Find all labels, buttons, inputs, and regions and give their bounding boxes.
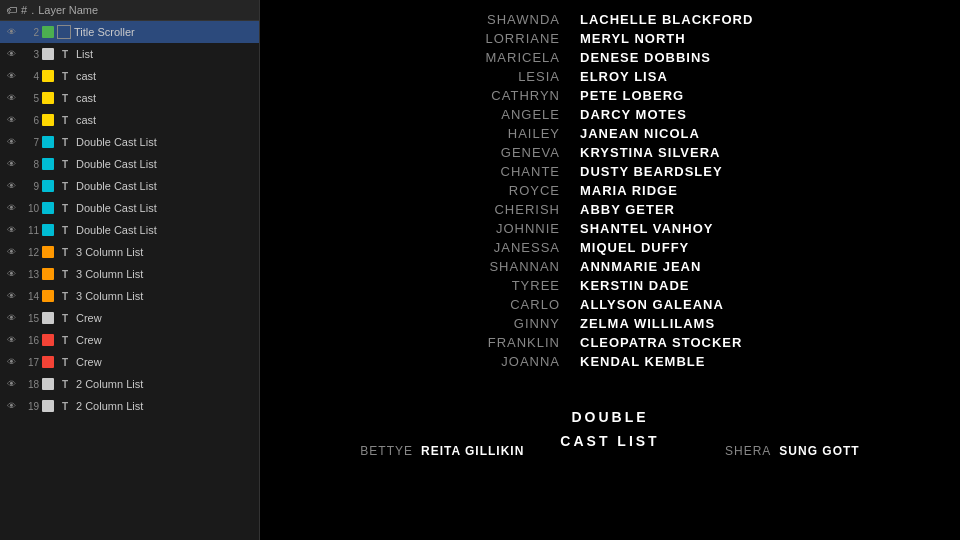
layer-number: 5 xyxy=(21,93,39,104)
layer-row[interactable]: 👁15TCrew xyxy=(0,307,259,329)
layer-number: 6 xyxy=(21,115,39,126)
layer-row[interactable]: 👁7TDouble Cast List xyxy=(0,131,259,153)
layer-name-label: cast xyxy=(76,114,255,126)
cast-role: CHERISH xyxy=(370,202,570,217)
header-dot: . xyxy=(31,4,34,16)
layer-row[interactable]: 👁6Tcast xyxy=(0,109,259,131)
layer-type-icon: T xyxy=(57,159,73,170)
cast-role: GENEVA xyxy=(370,145,570,160)
eye-icon: 👁 xyxy=(4,247,18,257)
cast-name: KENDAL KEMBLE xyxy=(570,354,850,369)
layer-type-icon: T xyxy=(57,401,73,412)
bottom-left-group: BETTYE REITA GILLIKIN xyxy=(360,443,524,459)
cast-role: ANGELE xyxy=(370,107,570,122)
layer-type-icon: T xyxy=(57,203,73,214)
layer-row[interactable]: 👁14T3 Column List xyxy=(0,285,259,307)
cast-role: HAILEY xyxy=(370,126,570,141)
layer-type-box xyxy=(57,25,71,39)
cast-name: JANEAN NICOLA xyxy=(570,126,850,141)
layer-color-swatch xyxy=(42,26,54,38)
layer-row[interactable]: 👁10TDouble Cast List xyxy=(0,197,259,219)
layer-row[interactable]: 👁8TDouble Cast List xyxy=(0,153,259,175)
section-title-double: DOUBLE xyxy=(260,409,960,425)
eye-icon: 👁 xyxy=(4,159,18,169)
layer-row[interactable]: 👁19T2 Column List xyxy=(0,395,259,417)
cast-role: FRANKLIN xyxy=(370,335,570,350)
cast-row: CHERISHABBY GETER xyxy=(260,202,960,217)
bottom-right-row: SHERA SUNG GOTT xyxy=(725,444,860,458)
cast-section: SHAWNDALACHELLE BLACKFORDLORRIANEMERYL N… xyxy=(260,10,960,371)
layer-color-swatch xyxy=(42,290,54,302)
eye-icon: 👁 xyxy=(4,379,18,389)
layer-row[interactable]: 👁18T2 Column List xyxy=(0,373,259,395)
cast-row: ROYCEMARIA RIDGE xyxy=(260,183,960,198)
layer-row[interactable]: 👁17TCrew xyxy=(0,351,259,373)
cast-row: JOANNAKENDAL KEMBLE xyxy=(260,354,960,369)
layer-name-label: Double Cast List xyxy=(76,158,255,170)
layer-type-icon: T xyxy=(57,335,73,346)
layer-row[interactable]: 👁4Tcast xyxy=(0,65,259,87)
left-panel: 🏷 # . Layer Name 👁2Title Scroller👁3TList… xyxy=(0,0,260,540)
layer-row[interactable]: 👁13T3 Column List xyxy=(0,263,259,285)
layer-color-swatch xyxy=(42,180,54,192)
bottom-left-row: BETTYE REITA GILLIKIN xyxy=(360,444,524,458)
cast-role: MARICELA xyxy=(370,50,570,65)
cast-role: TYREE xyxy=(370,278,570,293)
layer-color-swatch xyxy=(42,70,54,82)
layer-number: 4 xyxy=(21,71,39,82)
layer-number: 8 xyxy=(21,159,39,170)
layer-row[interactable]: 👁3TList xyxy=(0,43,259,65)
layer-name-label: Double Cast List xyxy=(76,202,255,214)
layer-type-icon: T xyxy=(57,115,73,126)
layer-type-icon: T xyxy=(57,71,73,82)
layer-number: 2 xyxy=(21,27,39,38)
layer-type-icon: T xyxy=(57,247,73,258)
cast-role: LORRIANE xyxy=(370,31,570,46)
cast-row: CHANTEDUSTY BEARDSLEY xyxy=(260,164,960,179)
cast-row: LESIAELROY LISA xyxy=(260,69,960,84)
layer-color-swatch xyxy=(42,92,54,104)
header-hash: # xyxy=(21,4,27,16)
layer-type-icon: T xyxy=(57,137,73,148)
layer-header: 🏷 # . Layer Name xyxy=(0,0,259,21)
cast-role: GINNY xyxy=(370,316,570,331)
layer-number: 7 xyxy=(21,137,39,148)
layer-row[interactable]: 👁9TDouble Cast List xyxy=(0,175,259,197)
cast-role: ROYCE xyxy=(370,183,570,198)
layer-type-icon: T xyxy=(57,49,73,60)
layer-type-icon: T xyxy=(57,379,73,390)
cast-name: ANNMARIE JEAN xyxy=(570,259,850,274)
cast-role: SHANNAN xyxy=(370,259,570,274)
layer-row[interactable]: 👁11TDouble Cast List xyxy=(0,219,259,241)
eye-icon: 👁 xyxy=(4,225,18,235)
cast-name: PETE LOBERG xyxy=(570,88,850,103)
layer-color-swatch xyxy=(42,334,54,346)
layer-row[interactable]: 👁2Title Scroller xyxy=(0,21,259,43)
layer-row[interactable]: 👁16TCrew xyxy=(0,329,259,351)
layer-list: 👁2Title Scroller👁3TList👁4Tcast👁5Tcast👁6T… xyxy=(0,21,259,540)
tag-icon: 🏷 xyxy=(6,4,17,16)
layer-name-label: List xyxy=(76,48,255,60)
cast-name: KERSTIN DADE xyxy=(570,278,850,293)
cast-role: CHANTE xyxy=(370,164,570,179)
cast-role: CATHRYN xyxy=(370,88,570,103)
bottom-right-label: SHERA xyxy=(725,444,771,458)
cast-name: ZELMA WILLILAMS xyxy=(570,316,850,331)
layer-row[interactable]: 👁12T3 Column List xyxy=(0,241,259,263)
layer-color-swatch xyxy=(42,48,54,60)
layer-name-label: Double Cast List xyxy=(76,180,255,192)
header-layer-name: Layer Name xyxy=(38,4,98,16)
cast-row: CATHRYNPETE LOBERG xyxy=(260,88,960,103)
cast-name: MARIA RIDGE xyxy=(570,183,850,198)
cast-row: SHAWNDALACHELLE BLACKFORD xyxy=(260,12,960,27)
eye-icon: 👁 xyxy=(4,401,18,411)
layer-color-swatch xyxy=(42,202,54,214)
layer-row[interactable]: 👁5Tcast xyxy=(0,87,259,109)
layer-number: 19 xyxy=(21,401,39,412)
credits-content: SHAWNDALACHELLE BLACKFORDLORRIANEMERYL N… xyxy=(260,0,960,463)
cast-row: FRANKLINCLEOPATRA STOCKER xyxy=(260,335,960,350)
eye-icon: 👁 xyxy=(4,71,18,81)
bottom-right-value: SUNG GOTT xyxy=(779,444,859,458)
layer-number: 11 xyxy=(21,225,39,236)
layer-color-swatch xyxy=(42,246,54,258)
